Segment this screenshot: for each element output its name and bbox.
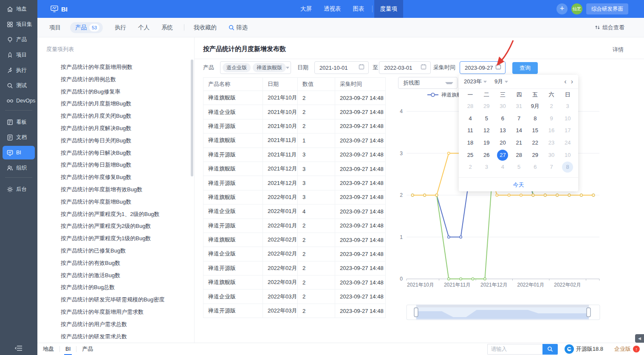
calendar-day[interactable]: 13	[494, 125, 511, 137]
calendar-day[interactable]: 24	[559, 137, 576, 149]
measure-list-item[interactable]: 按产品统计的激活Bug数	[61, 271, 120, 280]
calendar-day[interactable]: 11	[462, 125, 478, 137]
table-row[interactable]: 禅道开源版2021年10月22023-09-27 14:48	[203, 119, 385, 133]
calendar-day[interactable]: 8	[527, 113, 543, 125]
data-point[interactable]	[568, 194, 571, 196]
data-point[interactable]	[520, 194, 523, 196]
datazoom-right-handle[interactable]	[587, 308, 590, 317]
nav-item-pivot[interactable]: 透视表	[318, 0, 347, 18]
filter-button[interactable]: 筛选	[229, 24, 248, 31]
calendar-day[interactable]: 3	[478, 161, 494, 173]
sidebar-item-home[interactable]: 地盘	[3, 2, 35, 16]
measure-list-item[interactable]: 按产品统计的每日解决Bug数	[61, 149, 131, 157]
data-point[interactable]	[448, 236, 450, 239]
calendar-day[interactable]: 26	[478, 149, 494, 161]
search-button[interactable]	[542, 344, 558, 355]
date-from-input[interactable]: 2021-10-01	[314, 61, 369, 74]
search-input[interactable]	[487, 344, 542, 355]
combine-view-button[interactable]: 组合查看	[595, 24, 624, 31]
data-point[interactable]	[435, 194, 438, 196]
data-point[interactable]	[532, 194, 534, 196]
today-button[interactable]: 今天	[459, 177, 578, 191]
data-point[interactable]	[472, 278, 474, 280]
calendar-day[interactable]: 18	[462, 137, 478, 149]
table-row[interactable]: 禅道开源版2021年11月32023-09-27 14:48	[203, 148, 385, 162]
calendar-day[interactable]: 28	[511, 149, 527, 161]
calendar-day[interactable]: 6	[494, 113, 511, 125]
data-point[interactable]	[448, 152, 450, 155]
calendar-day[interactable]: 9	[543, 113, 559, 125]
calendar-day[interactable]: 29	[527, 149, 543, 161]
upgrade-link[interactable]: 企业版	[614, 345, 631, 353]
measure-list-item[interactable]: 按产品统计的年度新增用例数	[61, 63, 133, 71]
data-point[interactable]	[484, 278, 486, 280]
user-avatar[interactable]: 仙芝	[571, 3, 582, 14]
measure-list-item[interactable]: 按产品统计的用例总数	[61, 75, 116, 84]
measure-list-item[interactable]: 按产品统计的年度新增有效Bug数	[61, 185, 142, 194]
measure-list-item[interactable]: 按产品统计的用户需求总数	[61, 320, 127, 329]
calendar-day[interactable]: 2	[462, 161, 478, 173]
sidebar-item-product[interactable]: 产品	[3, 33, 35, 46]
sidebar-item-project[interactable]: 项目	[3, 48, 35, 62]
table-row[interactable]: 禅道开源版2022年02月22023-09-27 14:48	[203, 261, 385, 275]
subnav-tab-favorites[interactable]: 我收藏的	[194, 24, 217, 31]
next-month-button[interactable]: ›	[571, 78, 573, 85]
favorite-star-icon[interactable]: ☆	[280, 45, 285, 52]
measure-list-item[interactable]: 按产品统计的研发完毕研需规模的Bug密度	[61, 295, 164, 304]
month-select[interactable]: 9月	[494, 78, 508, 85]
upgrade-badge-icon[interactable]: ↑	[633, 346, 640, 352]
data-point[interactable]	[496, 194, 498, 196]
calendar-day[interactable]: 25	[462, 149, 478, 161]
sidebar-item-kanban[interactable]: 看板	[3, 115, 35, 129]
measure-list-item[interactable]: 按产品统计的研发需求总数	[61, 332, 127, 339]
calendar-day[interactable]: 29	[478, 100, 494, 113]
nav-item-measurement[interactable]: 度量项	[374, 0, 404, 18]
calendar-day[interactable]: 10	[559, 113, 576, 125]
calendar-day[interactable]: 30	[494, 100, 511, 113]
query-button[interactable]: 查询	[512, 62, 538, 74]
calendar-day[interactable]: 30	[543, 149, 559, 161]
measure-list-item[interactable]: 按产品统计的有效Bug数	[61, 259, 120, 267]
nav-item-dashboard[interactable]: 大屏	[294, 0, 318, 18]
calendar-day[interactable]: 7	[511, 113, 527, 125]
data-point[interactable]	[411, 194, 414, 196]
sidebar-item-devops[interactable]: DevOps	[3, 94, 35, 108]
calendar-day[interactable]: 21	[511, 137, 527, 149]
calendar-day[interactable]: 31	[511, 100, 527, 113]
measure-list-item[interactable]: 按产品统计的年度新增用户需求数	[61, 308, 144, 316]
datazoom-slider[interactable]	[407, 305, 600, 320]
data-point[interactable]	[460, 236, 462, 239]
detail-link[interactable]: 详情	[613, 46, 624, 54]
sidebar-item-org[interactable]: 组织	[3, 161, 35, 175]
table-row[interactable]: 禅道旗舰版2022年01月32023-09-27 14:48	[203, 190, 385, 204]
subnav-tab-execution[interactable]: 执行	[115, 24, 126, 31]
measure-list-scrollbar[interactable]	[191, 60, 193, 176]
year-select[interactable]: 2023年	[464, 78, 487, 85]
calendar-day[interactable]: 16	[543, 125, 559, 137]
sidebar-item-qa[interactable]: 测试	[3, 79, 35, 92]
measure-list-item[interactable]: 按产品统计的Bug总数	[61, 283, 115, 292]
data-point[interactable]	[508, 194, 510, 196]
calendar-day[interactable]: 15	[527, 125, 543, 137]
measure-list-item[interactable]: 按产品统计的严重程度为2级的Bug数	[61, 222, 151, 230]
table-row[interactable]: 禅道企业版2022年03月22023-09-27 14:48	[203, 290, 385, 304]
calendar-day[interactable]: 5	[511, 161, 527, 173]
table-row[interactable]: 禅道企业版2022年01月42023-09-27 14:48	[203, 204, 385, 219]
date-to-input[interactable]: 2022-03-01	[379, 61, 431, 74]
sidebar-item-admin[interactable]: 后台	[3, 182, 35, 196]
measure-list-item[interactable]: 按产品统计的月度新增Bug数	[61, 99, 131, 108]
measure-list-item[interactable]: 按产品统计的年度新增Bug数	[61, 198, 131, 206]
table-row[interactable]: 禅道企业版2021年10月22023-09-27 14:48	[203, 105, 385, 119]
measure-list-item[interactable]: 按产品统计的年度修复Bug数	[61, 173, 131, 182]
subnav-tab-project[interactable]: 项目	[49, 24, 61, 31]
calendar-day[interactable]: 8	[559, 161, 576, 173]
measure-list-item[interactable]: 按产品统计的严重程度为1、2级的Bug数	[61, 210, 160, 219]
subnav-tab-product[interactable]: 产品 53	[70, 22, 103, 33]
table-row[interactable]: 禅道旗舰版2022年02月22023-09-27 14:48	[203, 233, 385, 247]
calendar-day[interactable]: 3	[559, 100, 576, 113]
calendar-day[interactable]: 6	[527, 161, 543, 173]
product-tag-enterprise[interactable]: 道企业版	[223, 63, 251, 72]
measure-list-item[interactable]: 按产品统计的每日新增Bug数	[61, 161, 131, 169]
calendar-day[interactable]: 10月	[559, 149, 576, 161]
calendar-day[interactable]: 14	[511, 125, 527, 137]
